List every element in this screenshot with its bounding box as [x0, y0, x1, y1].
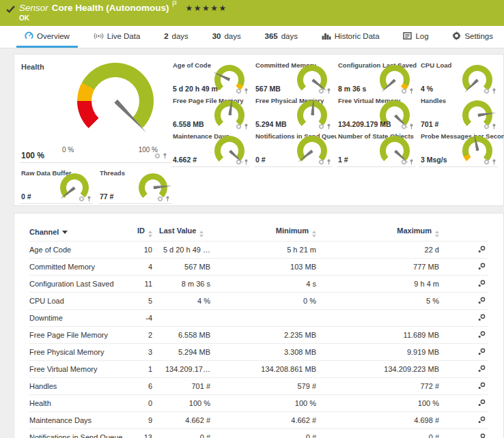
gear-icon[interactable]	[154, 153, 160, 159]
channel-settings-icon[interactable]	[478, 416, 486, 424]
pin-icon[interactable]	[165, 196, 170, 202]
channel-name[interactable]: Free Page File Memory	[29, 327, 125, 344]
col-header-minimum[interactable]: Minimum	[210, 223, 316, 242]
channel-settings-icon[interactable]	[478, 382, 486, 390]
col-header-maximum[interactable]: Maximum	[316, 223, 439, 242]
channel-name[interactable]: Health	[29, 395, 125, 412]
channel-settings-icon[interactable]	[478, 297, 486, 304]
col-header-id[interactable]: ID	[125, 223, 152, 242]
pin-icon[interactable]	[409, 159, 414, 165]
gear-icon[interactable]	[236, 123, 242, 130]
tab-number: 365	[265, 32, 278, 40]
tab-log[interactable]: Log	[395, 26, 436, 48]
pin-icon[interactable]	[87, 196, 92, 202]
pin-icon[interactable]	[409, 123, 414, 130]
gear-icon[interactable]	[236, 159, 242, 165]
pin-icon[interactable]	[492, 88, 496, 94]
tab-30-days[interactable]: 30days	[204, 26, 249, 48]
gauge-actions	[318, 88, 331, 94]
sort-icon	[435, 231, 439, 237]
gauge-panel-maintenance-days: Maintenance Days4.662 #	[171, 131, 250, 167]
pin-icon[interactable]	[409, 88, 414, 94]
gear-icon[interactable]	[318, 88, 324, 94]
table-row[interactable]: Health0100 %100 %100 %	[29, 395, 488, 412]
gear-icon[interactable]	[401, 123, 407, 130]
channel-last-value: 567 MB	[152, 259, 210, 276]
channel-settings-icon[interactable]	[478, 433, 486, 438]
channel-settings-icon[interactable]	[478, 348, 486, 355]
tab-2-days[interactable]: 2days	[156, 26, 197, 48]
tab-historic-data[interactable]: Historic Data	[313, 26, 388, 48]
gauge-panel-number-of-state-objects: Number of State Objects1 #	[337, 131, 415, 167]
gear-icon[interactable]	[157, 196, 163, 202]
channel-settings-icon[interactable]	[478, 263, 486, 270]
channel-maximum: 9.919 MB	[316, 344, 439, 361]
tab-365-days[interactable]: 365days	[257, 26, 306, 48]
gauge-actions	[236, 159, 249, 165]
log-icon	[403, 32, 412, 40]
priority-stars[interactable]: ★★★★★	[186, 3, 227, 13]
table-row[interactable]: Handles6701 #579 #772 #	[29, 378, 488, 395]
table-row[interactable]: Notifications in Send Queue130 #0 #0 #	[29, 429, 488, 438]
channel-name[interactable]: Committed Memory	[29, 259, 125, 276]
channel-name[interactable]: Notifications in Send Queue	[29, 429, 125, 438]
channel-settings-icon[interactable]	[478, 399, 486, 407]
tab-settings[interactable]: Settings	[444, 26, 501, 48]
col-header-last-value[interactable]: Last Value	[152, 223, 210, 242]
gear-icon[interactable]	[236, 88, 242, 94]
channel-minimum: 4 s	[210, 276, 316, 293]
gauge-value: 567 MB	[255, 85, 281, 93]
gear-icon[interactable]	[401, 159, 407, 165]
table-row[interactable]: Free Physical Memory35.294 MB3.308 MB9.9…	[29, 344, 488, 361]
table-row[interactable]: Committed Memory4567 MB103 MB777 MB	[29, 259, 488, 276]
pin-icon[interactable]	[163, 153, 167, 159]
channel-settings-icon[interactable]	[478, 331, 486, 338]
channel-name[interactable]: Downtime	[29, 310, 125, 327]
pin-icon[interactable]	[326, 88, 331, 94]
table-row[interactable]: Configuration Last Saved118 m 36 s4 s9 h…	[29, 276, 488, 293]
flag-icon[interactable]	[172, 1, 178, 8]
channel-name[interactable]: CPU Load	[29, 293, 125, 310]
channel-name[interactable]: Handles	[29, 378, 125, 395]
channel-name[interactable]: Age of Code	[29, 242, 125, 259]
channel-settings-icon[interactable]	[478, 246, 486, 253]
gear-icon[interactable]	[484, 159, 490, 165]
gauge-panel-cpu-load: CPU Load4 %	[419, 60, 498, 96]
table-row[interactable]: Maintenance Days94.662 #4.662 #4.698 #	[29, 412, 488, 429]
table-row[interactable]: Free Virtual Memory1134.209.17…134.208.8…	[29, 361, 488, 378]
gear-icon[interactable]	[318, 123, 324, 130]
channel-settings-cell	[439, 276, 488, 293]
pin-icon[interactable]	[492, 123, 496, 130]
gear-icon[interactable]	[484, 88, 490, 94]
channel-name[interactable]: Free Virtual Memory	[29, 361, 125, 378]
table-row[interactable]: Downtime-4	[29, 310, 488, 327]
table-row[interactable]: Free Page File Memory26.558 MB2.235 MB11…	[29, 327, 488, 344]
table-row[interactable]: CPU Load54 %0 %5 %	[29, 293, 488, 310]
channel-maximum	[316, 310, 439, 327]
gauge-panel-raw-data-buffer: Raw Data Buffer0 #	[20, 168, 93, 204]
gauge-value: 0 #	[21, 192, 31, 201]
gear-icon[interactable]	[79, 196, 85, 202]
table-row[interactable]: Age of Code105 d 20 h 49 …5 h 21 m22 d	[29, 242, 488, 259]
channel-last-value: 0 #	[152, 429, 210, 438]
tab-overview[interactable]: Overview	[16, 26, 78, 48]
channel-settings-icon[interactable]	[478, 314, 486, 321]
channel-name[interactable]: Configuration Last Saved	[29, 276, 125, 293]
channel-name[interactable]: Maintenance Days	[29, 412, 125, 429]
gear-icon[interactable]	[401, 88, 407, 94]
pin-icon[interactable]	[492, 159, 496, 165]
pin-icon[interactable]	[244, 88, 249, 94]
col-header-channel[interactable]: Channel	[29, 223, 125, 242]
gear-icon[interactable]	[318, 159, 324, 165]
pin-icon[interactable]	[326, 123, 331, 130]
channel-last-value: 701 #	[152, 378, 210, 395]
gear-icon[interactable]	[484, 123, 490, 130]
channel-name[interactable]: Free Physical Memory	[29, 344, 125, 361]
channel-maximum: 5 %	[316, 293, 439, 310]
channel-settings-icon[interactable]	[478, 280, 486, 287]
pin-icon[interactable]	[244, 123, 249, 130]
pin-icon[interactable]	[326, 159, 331, 165]
pin-icon[interactable]	[244, 159, 249, 165]
tab-live-data[interactable]: Live Data	[85, 26, 149, 48]
channel-settings-icon[interactable]	[478, 365, 486, 373]
